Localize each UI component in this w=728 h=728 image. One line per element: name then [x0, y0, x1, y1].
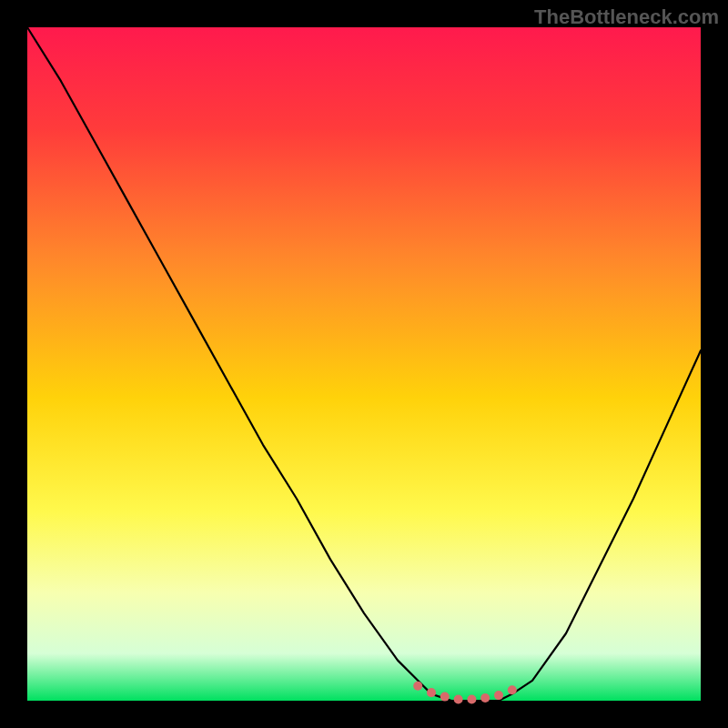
marker-dot [494, 691, 503, 700]
marker-dot [454, 695, 463, 704]
marker-dot [467, 695, 476, 704]
marker-dot [508, 685, 517, 694]
plot-background [27, 27, 701, 701]
marker-dot [480, 693, 490, 703]
marker-dot [440, 693, 450, 702]
marker-dot [413, 682, 422, 691]
chart-container: TheBottleneck.com [0, 0, 728, 728]
marker-dot [427, 688, 436, 697]
watermark-text: TheBottleneck.com [534, 5, 719, 29]
bottleneck-chart [0, 0, 728, 728]
